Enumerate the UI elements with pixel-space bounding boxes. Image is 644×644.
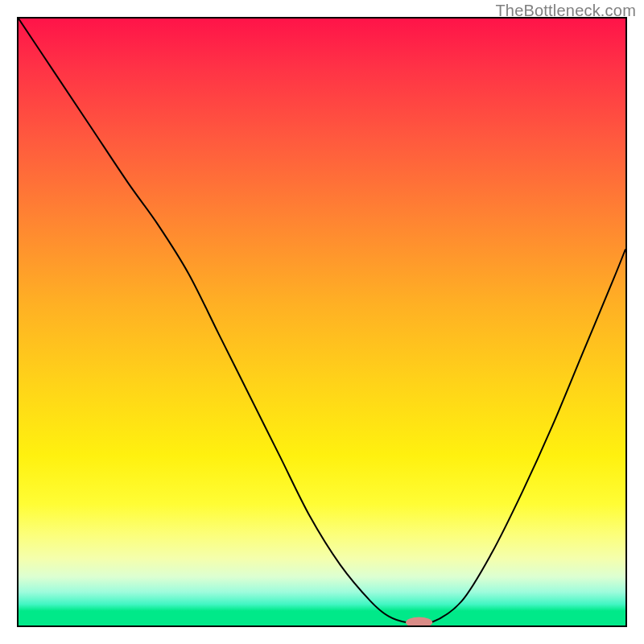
curve-path <box>19 19 625 624</box>
plot-area <box>17 17 627 627</box>
watermark-label: TheBottleneck.com <box>495 2 636 20</box>
bottleneck-chart: TheBottleneck.com <box>0 0 644 644</box>
curve-overlay <box>19 19 625 625</box>
optimal-marker <box>406 617 432 625</box>
